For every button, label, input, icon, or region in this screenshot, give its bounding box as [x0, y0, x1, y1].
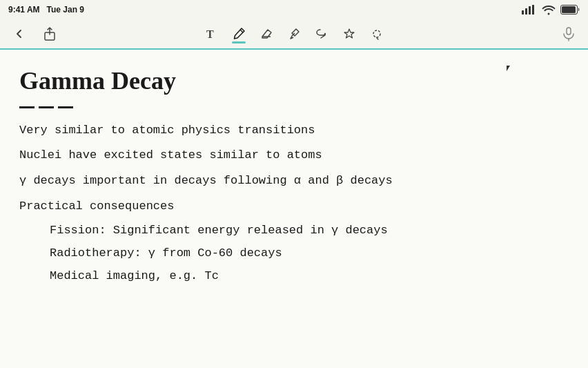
date-display: Tue Jan 9: [47, 5, 84, 14]
toolbar-center: T: [200, 23, 388, 45]
toolbar-right: [558, 23, 580, 45]
svg-rect-0: [522, 10, 524, 14]
rope-tool-button[interactable]: [366, 23, 388, 45]
title-divider: [19, 104, 569, 108]
line-3: γ decays important in decays following α…: [19, 171, 569, 191]
line-1: Very similar to atomic physics transitio…: [19, 121, 569, 141]
svg-rect-3: [532, 5, 534, 14]
time-display: 9:41 AM: [8, 5, 40, 14]
status-bar: 9:41 AM Tue Jan 9: [0, 0, 588, 19]
status-right: [522, 2, 580, 17]
share-button[interactable]: [39, 23, 61, 45]
back-button[interactable]: [8, 23, 30, 45]
line-5: Fission: Significant energy released in …: [19, 221, 569, 241]
battery-icon: [560, 5, 580, 14]
microphone-button[interactable]: [558, 23, 580, 45]
lasso-tool-button[interactable]: [311, 23, 333, 45]
toolbar-left: [8, 23, 61, 45]
pencil-tool-button[interactable]: [228, 23, 250, 45]
line-6: Radiotherapy: γ from Co-60 decays: [19, 244, 569, 264]
svg-text:T: T: [206, 28, 214, 40]
page-title: Gamma Decay: [19, 66, 569, 95]
text-tool-button[interactable]: T: [200, 23, 222, 45]
dash-3: [58, 106, 73, 108]
svg-rect-1: [525, 8, 527, 14]
status-left: 9:41 AM Tue Jan 9: [8, 5, 84, 14]
highlighter-tool-button[interactable]: [283, 23, 305, 45]
eraser-tool-button[interactable]: [255, 23, 277, 45]
dash-2: [39, 106, 54, 108]
svg-rect-9: [567, 28, 571, 35]
line-2: Nuclei have excited states similar to at…: [19, 146, 569, 166]
shape-tool-button[interactable]: [338, 23, 360, 45]
content-area: Gamma Decay Very similar to atomic physi…: [0, 50, 588, 368]
signal-icon: [522, 2, 537, 17]
svg-rect-5: [562, 6, 576, 13]
dash-1: [19, 106, 35, 108]
svg-rect-2: [529, 6, 531, 14]
wifi-icon: [541, 2, 556, 17]
toolbar: T: [0, 19, 588, 50]
line-7: Medical imaging, e.g. Tc: [19, 267, 569, 287]
line-4: Practical consequences: [19, 197, 569, 217]
svg-point-8: [373, 30, 380, 37]
